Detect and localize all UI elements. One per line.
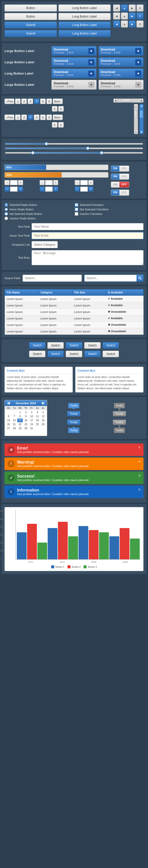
download-btn-5[interactable]: Download Freeware - 3.5mb ▼ <box>51 68 96 78</box>
switch-btn-2-4[interactable]: Switch <box>84 351 101 357</box>
page-1-6[interactable]: 6 <box>46 98 52 104</box>
alert-success-close[interactable]: ✕ <box>138 473 141 477</box>
cal-date[interactable]: 1 <box>17 410 23 414</box>
button-3[interactable]: Button <box>4 13 57 20</box>
search-submit-button[interactable] <box>137 275 144 282</box>
stepper-minus-5[interactable]: − <box>40 187 45 192</box>
submit-4[interactable]: Long Button Label <box>58 30 111 37</box>
page-2-4b[interactable]: 4 <box>52 122 57 128</box>
stepper-plus-2[interactable]: + <box>53 180 58 185</box>
switch-btn-1-3[interactable]: Switch <box>66 342 82 349</box>
page-2-1[interactable]: 1 <box>15 115 21 120</box>
text-field-input[interactable] <box>32 223 144 230</box>
cal-date[interactable]: 6 <box>6 414 11 418</box>
toggle-on-4[interactable]: ON <box>111 190 119 195</box>
page-2-6[interactable]: 6 <box>46 115 52 120</box>
scroll-up-btn-2[interactable]: ▲ <box>140 104 143 108</box>
button-2[interactable]: Long Button Label <box>58 4 111 11</box>
cal-date[interactable]: 26 <box>41 423 46 426</box>
cal-date[interactable]: 11 <box>34 414 40 418</box>
page-1-2[interactable]: 2 <box>21 98 27 104</box>
switch-btn-2-2[interactable]: Switch <box>47 351 64 357</box>
toggle-on-1[interactable]: ON <box>111 166 119 172</box>
cal-date[interactable]: 30 <box>23 427 29 430</box>
download-btn-1[interactable]: Download Freeware - 3.5mb ▼ <box>51 46 96 56</box>
arrow-right-1[interactable]: ▶ <box>129 4 136 11</box>
cal-date[interactable]: 23 <box>23 423 29 426</box>
toggle-4[interactable]: ON OFF <box>111 190 144 196</box>
stepper-plus-6[interactable]: + <box>88 187 93 192</box>
cal-date[interactable] <box>34 427 40 430</box>
page-1-5b[interactable]: 5 <box>58 106 64 112</box>
cal-date[interactable]: 19 <box>41 418 46 422</box>
arrow-right-2[interactable]: ▶ <box>129 12 136 20</box>
page-1-4[interactable]: 4 <box>34 98 40 104</box>
page-2-4[interactable]: 4 <box>34 115 40 120</box>
page-1-5[interactable]: 5 <box>40 98 46 104</box>
v-scrollbar-1[interactable]: ▲ ▼ <box>134 104 138 134</box>
arrow-up-2[interactable]: ▲ <box>121 12 128 20</box>
arrow-down-1[interactable]: ▼ <box>137 4 144 11</box>
cal-date[interactable] <box>6 410 11 414</box>
switch-btn-1-2[interactable]: Switch <box>47 342 64 349</box>
tooltip-trigger-1[interactable]: Tooltip <box>67 411 80 416</box>
cal-date[interactable]: 28 <box>11 427 17 430</box>
switch-btn-1-5[interactable]: Switch <box>103 342 119 349</box>
stepper-minus-4[interactable]: − <box>4 187 9 192</box>
cal-date-today[interactable]: 15 <box>17 418 23 422</box>
cal-date[interactable] <box>11 410 17 414</box>
switch-btn-1-1[interactable]: Switch <box>29 342 45 349</box>
cal-date[interactable]: 8 <box>17 414 23 418</box>
prev-page-2[interactable]: ‹ Prev <box>4 115 14 120</box>
checkbox-checked[interactable]: Selected Checkbox <box>75 203 144 207</box>
toggle-on-3[interactable]: ON <box>111 182 119 187</box>
cal-date[interactable]: 18 <box>34 418 40 422</box>
radio-hover-btn[interactable] <box>4 208 8 211</box>
cal-date[interactable]: 27 <box>6 427 11 430</box>
arrow-right-3[interactable]: ▶ <box>129 21 136 28</box>
arrow-down-2[interactable]: ▼ <box>137 12 144 20</box>
cal-date[interactable]: 24 <box>29 423 34 426</box>
switch-btn-2-5[interactable]: Switch <box>103 351 119 357</box>
cal-date[interactable]: 16 <box>23 418 29 422</box>
cal-date[interactable]: 20 <box>6 423 11 426</box>
toggle-off-1[interactable]: OFF <box>119 166 129 172</box>
alert-info-close[interactable]: ✕ <box>138 488 141 492</box>
cal-date[interactable]: 9 <box>23 414 29 418</box>
page-1-4b[interactable]: 4 <box>52 106 57 112</box>
page-2-5b[interactable]: 5 <box>58 122 64 128</box>
checkbox-checked-btn[interactable] <box>75 203 78 207</box>
textarea-input[interactable] <box>32 250 144 265</box>
stepper-minus-6[interactable]: − <box>75 187 80 192</box>
checkbox-normal[interactable]: Not Selected Checkbox <box>75 208 144 211</box>
cal-date[interactable]: 3 <box>29 410 34 414</box>
arrow-left-3[interactable]: ◀ <box>113 21 120 28</box>
dropdown-select[interactable]: Select Category Category 1 Category 2 <box>32 241 58 248</box>
download-btn-6[interactable]: Download Freeware - 3.5mb ▼ <box>99 68 144 78</box>
switch-btn-1-4[interactable]: Switch <box>84 342 101 349</box>
stepper-minus-2[interactable]: − <box>40 180 45 185</box>
cal-date[interactable]: 21 <box>11 423 17 426</box>
cal-date[interactable]: 10 <box>29 414 34 418</box>
h-scrollbar-1[interactable]: ◀ ▶ <box>114 98 144 102</box>
cal-date[interactable]: 31 <box>29 427 34 430</box>
next-page-2[interactable]: Next › <box>53 115 63 120</box>
arrow-left-1[interactable]: ◀ <box>113 4 120 11</box>
toggle-off-3[interactable]: OFF <box>119 182 129 187</box>
scroll-down-btn-2[interactable]: ▼ <box>140 130 143 134</box>
cal-date[interactable]: 12 <box>41 414 46 418</box>
cal-date[interactable]: 7 <box>11 414 17 418</box>
search-input-2[interactable] <box>84 275 144 282</box>
toggle-off-4[interactable]: OFF <box>119 190 129 195</box>
arrow-up-3[interactable]: ▲ <box>121 21 128 28</box>
tooltip-trigger-2[interactable]: Tooltip <box>113 411 126 416</box>
cal-date[interactable]: 17 <box>29 418 34 422</box>
radio-normal[interactable]: Not Selected Radio Button <box>4 212 73 216</box>
arrow-up-1[interactable]: ▲ <box>121 4 128 11</box>
submit-2[interactable]: Long Button Label <box>58 22 111 29</box>
toggle-on-2[interactable]: ON <box>111 174 119 179</box>
toggle-2[interactable]: ON OFF <box>111 174 144 180</box>
submit-1[interactable]: Submit <box>4 22 57 29</box>
page-1-3[interactable]: 3 <box>28 98 33 104</box>
cal-date[interactable]: 29 <box>17 427 23 430</box>
